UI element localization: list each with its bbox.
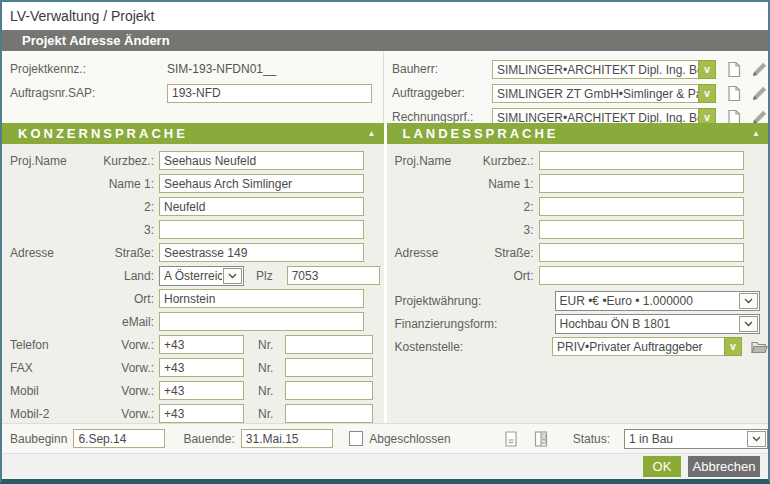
name2-input[interactable] [159, 197, 364, 216]
ort-label: Ort: [94, 292, 154, 306]
new-document-icon[interactable] [726, 85, 742, 102]
ok-button[interactable]: OK [643, 456, 681, 477]
auftragsnr-input[interactable] [167, 84, 372, 103]
l-ort-row: Ort: [387, 264, 769, 287]
email-label: eMail: [94, 315, 154, 329]
projektwaehrung-value: EUR •€ •Euro • 1.000000 [556, 292, 738, 310]
kostenstelle-label: Kostenstelle: [387, 340, 548, 354]
mobil-nr-input[interactable] [285, 381, 373, 400]
name1-input[interactable] [159, 174, 364, 193]
kostenstelle-dropdown-button[interactable]: v [724, 337, 742, 356]
abgeschlossen-checkbox[interactable] [349, 431, 363, 446]
l-kurzbez-input[interactable] [539, 151, 744, 170]
l-adresse-group-label: Adresse [387, 246, 479, 260]
kurzbez-row: Proj.Name Kurzbez.: [2, 149, 384, 172]
landessprache-body: Proj.Name Kurzbez.: Name 1: 2: 3: [387, 144, 769, 423]
landessprache-header[interactable]: LANDESSPRACHE ▲ [387, 123, 769, 144]
l-ort-input[interactable] [539, 266, 744, 285]
l-name3-input[interactable] [539, 220, 744, 239]
bauherr-dropdown-button[interactable]: v [698, 60, 716, 79]
collapse-arrow-icon[interactable]: ▲ [752, 123, 760, 144]
auftraggeber-combo[interactable]: SIMLINGER ZT GmbH•Simlinger & Partner v [492, 84, 716, 103]
strasse-input[interactable] [159, 243, 364, 262]
fax-vorw-input[interactable] [159, 358, 244, 377]
telefon-vorw-input[interactable] [159, 335, 244, 354]
finanzierungsform-label: Finanzierungsform: [387, 317, 550, 331]
svg-text:1: 1 [542, 434, 544, 438]
land-select[interactable]: A Österreich [159, 266, 244, 286]
new-document-icon[interactable] [726, 61, 742, 78]
konzernsprache-body: Proj.Name Kurzbez.: Name 1: 2: 3: [2, 144, 384, 423]
name2-row: 2: [2, 195, 384, 218]
strasse-label: Straße: [94, 246, 154, 260]
edit-pencil-icon[interactable] [751, 85, 768, 102]
name1-label: Name 1: [94, 177, 154, 191]
name3-input[interactable] [159, 220, 364, 239]
mobil-row: Mobil Vorw.: Nr. [2, 379, 384, 402]
ort-input[interactable] [159, 289, 364, 308]
mobil-vorw-input[interactable] [159, 381, 244, 400]
l-name2-input[interactable] [539, 197, 744, 216]
telefon-nr-input[interactable] [285, 335, 373, 354]
bauende-input[interactable] [241, 429, 333, 448]
adresse-group-label: Adresse [2, 246, 94, 260]
mobil2-nr-label: Nr. [258, 407, 273, 421]
l-name3-row: 3: [387, 218, 769, 241]
landessprache-section: LANDESSPRACHE ▲ Proj.Name Kurzbez.: Name… [387, 123, 769, 423]
chevron-down-icon [739, 316, 758, 332]
pages-1-2-icon[interactable]: 12 [533, 430, 549, 448]
cancel-button[interactable]: Abbrechen [688, 456, 760, 477]
projname-group-label: Proj.Name [2, 154, 94, 168]
projektkennz-label: Projektkennz.: [2, 62, 167, 76]
land-plz-row: Land: A Österreich Plz [2, 264, 384, 287]
auftraggeber-dropdown-button[interactable]: v [698, 84, 716, 103]
status-select[interactable]: 1 in Bau [624, 429, 768, 449]
projektkennz-row: Projektkennz.: SIM-193-NFDN01__ [2, 57, 383, 81]
kurzbez-input[interactable] [159, 151, 364, 170]
l-strasse-input[interactable] [539, 243, 744, 262]
plz-label: Plz [256, 269, 273, 283]
konzernsprache-section: KONZERNSPRACHE ▲ Proj.Name Kurzbez.: Nam… [2, 123, 384, 423]
l-kurzbez-label: Kurzbez.: [479, 154, 534, 168]
projektwaehrung-select[interactable]: EUR •€ •Euro • 1.000000 [555, 291, 760, 311]
l-name1-input[interactable] [539, 174, 744, 193]
mobil2-vorw-input[interactable] [159, 404, 244, 423]
baubeginn-label: Baubeginn [2, 432, 67, 446]
l-ort-label: Ort: [479, 269, 534, 283]
auftraggeber-label: Auftraggeber: [384, 86, 492, 100]
collapse-arrow-icon[interactable]: ▲ [368, 123, 376, 144]
finanzierungsform-value: Hochbau ÖN B 1801 [556, 315, 738, 333]
konzernsprache-header[interactable]: KONZERNSPRACHE ▲ [2, 123, 384, 144]
language-sections: KONZERNSPRACHE ▲ Proj.Name Kurzbez.: Nam… [2, 123, 768, 423]
construction-dates-row: Baubeginn Bauende: Abgeschlossen 12 Stat… [2, 423, 768, 453]
kostenstelle-combo[interactable]: PRIV•Privater Auftraggeber v [552, 337, 742, 356]
edit-pencil-icon[interactable] [751, 61, 768, 78]
name3-label: 3: [94, 223, 154, 237]
finanzierungsform-row: Finanzierungsform: Hochbau ÖN B 1801 [387, 312, 769, 335]
bauherr-label: Bauherr: [384, 62, 492, 76]
kostenstelle-row: Kostenstelle: PRIV•Privater Auftraggeber… [387, 335, 769, 358]
baubeginn-input[interactable] [73, 429, 165, 448]
telefon-row: Telefon Vorw.: Nr. [2, 333, 384, 356]
kurzbez-label: Kurzbez.: [94, 154, 154, 168]
open-folder-icon[interactable] [751, 340, 768, 354]
bauherr-combo[interactable]: SIMLINGER•ARCHITEKT Dipl. Ing. Bernd v [492, 60, 716, 79]
fax-nr-label: Nr. [258, 361, 273, 375]
projektwaehrung-row: Projektwährung: EUR •€ •Euro • 1.000000 [387, 289, 769, 312]
email-input[interactable] [159, 312, 364, 331]
plz-input[interactable] [287, 266, 380, 285]
telefon-nr-label: Nr. [258, 338, 273, 352]
mobil2-nr-input[interactable] [285, 404, 373, 423]
auftraggeber-row: Auftraggeber: SIMLINGER ZT GmbH•Simlinge… [384, 81, 768, 105]
fax-row: FAX Vorw.: Nr. [2, 356, 384, 379]
l-name3-label: 3: [479, 223, 534, 237]
rechnungsprf-label: Rechnungsprf.: [384, 110, 492, 124]
name3-row: 3: [2, 218, 384, 241]
document-notes-icon[interactable] [503, 430, 519, 448]
project-edit-window: LV-Verwaltung / Projekt Projekt Adresse … [0, 0, 770, 484]
status-label: Status: [573, 432, 610, 446]
l-name2-label: 2: [479, 200, 534, 214]
fax-nr-input[interactable] [285, 358, 373, 377]
finanzierungsform-select[interactable]: Hochbau ÖN B 1801 [555, 314, 760, 334]
kostenstelle-value: PRIV•Privater Auftraggeber [552, 337, 724, 356]
